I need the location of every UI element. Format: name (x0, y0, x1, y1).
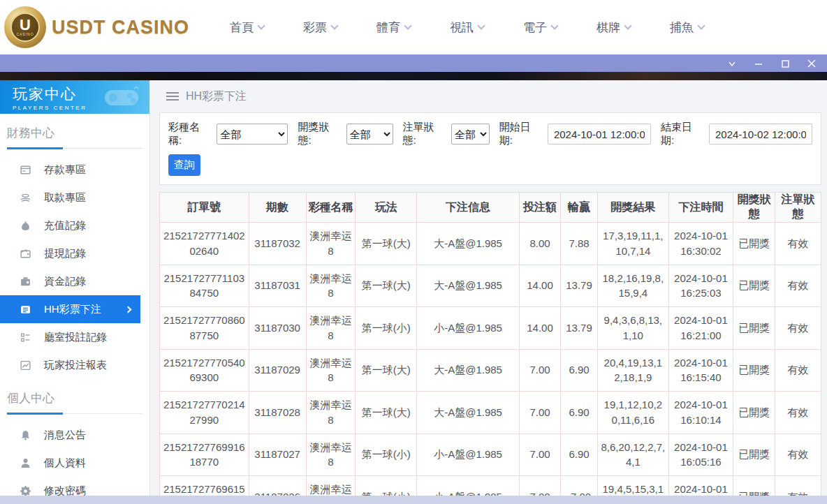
sidebar-item-label: 取款專區 (44, 191, 86, 205)
table-cell: 2152172777086087750 (160, 307, 249, 350)
column-header: 下注信息 (417, 193, 520, 223)
sidebar-item-announcements[interactable]: 消息公告 (0, 421, 149, 449)
coin-subtext: CASINO (16, 32, 34, 36)
nav-item-label: 彩票 (303, 20, 327, 36)
chevron-down-icon (477, 22, 485, 29)
maximize-button[interactable] (780, 58, 791, 69)
column-header: 開獎狀態 (733, 193, 775, 223)
card-icon (20, 164, 31, 176)
brand-name: USDT CASINO (52, 17, 189, 38)
sidebar-item-label: 廳室投註記錄 (44, 331, 107, 344)
sidebar-item-recharge-record[interactable]: 充值記錄 (0, 212, 149, 239)
table-cell: 19,1,12,10,20,11,6,16 (598, 392, 668, 434)
table-row: 215217277714020264031187032澳洲幸运8第一球(大)大-… (160, 223, 821, 265)
horizontal-scrollbar[interactable] (0, 496, 827, 504)
start-date-input[interactable] (548, 124, 651, 144)
sidebar-item-hall-bet-record[interactable]: 廳室投註記錄 (0, 323, 149, 351)
nav-item-label: 電子 (523, 20, 547, 36)
table-cell: 澳洲幸运8 (306, 307, 356, 350)
nav-item-fishing[interactable]: 捕魚 (670, 20, 704, 36)
banner-strip (0, 72, 827, 80)
close-button[interactable] (806, 58, 817, 69)
menu-toggle-icon[interactable] (166, 90, 179, 103)
table-cell: 6.90 (560, 433, 597, 476)
sidebar-item-label: HH彩票下注 (44, 303, 101, 316)
table-cell: 17,3,19,11,1,10,7,14 (598, 223, 668, 265)
table-cell: 14.00 (520, 265, 561, 307)
nav-item-electronic[interactable]: 電子 (523, 20, 557, 36)
window-chevron-icon[interactable] (726, 58, 738, 69)
table-cell: 小-A盤@1.985 (417, 433, 520, 476)
purse-icon (20, 276, 31, 288)
gamepad-icon (103, 86, 140, 110)
sidebar-item-label: 玩家投注報表 (44, 359, 107, 372)
nav-item-home[interactable]: 首頁 (230, 20, 264, 36)
sidebar-item-label: 資金記錄 (44, 275, 86, 288)
order-status-select[interactable]: 全部 (451, 124, 490, 144)
sidebar-item-hh-lottery-bet[interactable]: HH彩票下注 (0, 295, 140, 323)
nav-item-video[interactable]: 視訊 (450, 20, 484, 36)
nav-item-label: 視訊 (450, 20, 474, 36)
table-cell: 31187032 (249, 223, 306, 265)
table-cell: 18,2,16,19,8,15,9,4 (598, 265, 668, 307)
table-cell: 2152172777021427990 (160, 392, 249, 434)
sidebar-item-player-bet-report[interactable]: 玩家投注報表 (0, 351, 149, 379)
draw-status-select[interactable]: 全部 (346, 124, 393, 144)
sidebar-item-label: 提現記錄 (44, 247, 86, 260)
table-cell: 大-A盤@1.985 (417, 223, 520, 265)
nav-item-label: 捕魚 (670, 20, 694, 36)
table-cell: 澳洲幸运8 (306, 392, 356, 434)
nav-item-chess[interactable]: 棋牌 (597, 20, 631, 36)
table-cell: 大-A盤@1.985 (417, 349, 520, 392)
minimize-button[interactable] (753, 58, 764, 69)
chart-icon (20, 360, 31, 371)
table-cell: 已開獎 (733, 223, 775, 265)
table-cell: 2152172777054069300 (160, 349, 249, 392)
table-row: 215217277711038475031187031澳洲幸运8第一球(大)大-… (160, 265, 821, 307)
column-header: 開獎結果 (598, 193, 668, 223)
table-cell: 2024-10-01 16:30:02 (668, 223, 733, 265)
bet-table: 訂單號期數彩種名稱玩法下注信息投注額輸贏開獎結果下注時間開獎狀態注單狀態 215… (159, 192, 821, 504)
end-date-input[interactable] (709, 124, 812, 144)
table-cell: 有效 (775, 349, 821, 392)
window-titlebar (0, 54, 827, 72)
nav-item-label: 首頁 (230, 20, 254, 36)
table-cell: 9,4,3,6,8,13,1,10 (598, 307, 668, 350)
table-cell: 已開獎 (733, 265, 775, 307)
column-header: 訂單號 (160, 193, 249, 223)
lottery-name-select[interactable]: 全部 (217, 124, 288, 144)
search-button[interactable]: 查詢 (168, 154, 200, 176)
brand-logo[interactable]: U CASINO USDT CASINO (4, 6, 189, 48)
sidebar-item-funds-record[interactable]: 資金記錄 (0, 267, 149, 295)
table-header-row: 訂單號期數彩種名稱玩法下注信息投注額輸贏開獎結果下注時間開獎狀態注單狀態 (160, 193, 821, 223)
start-date-label: 開始日期: (499, 121, 543, 147)
list-icon (20, 332, 31, 343)
table-row: 215217277705406930031187029澳洲幸运8第一球(大)大-… (160, 349, 821, 392)
sidebar-item-label: 存款專區 (44, 163, 86, 177)
nav-item-lottery[interactable]: 彩票 (303, 20, 337, 36)
table-cell: 有效 (775, 265, 821, 307)
filter-panel: 彩種名稱: 全部 開獎狀態: 全部 注單狀態: 全部 開始日期: 結束日期: 查… (159, 112, 821, 185)
sidebar-item-profile[interactable]: 個人資料 (0, 449, 149, 477)
sidebar-item-label: 充值記錄 (44, 219, 86, 232)
sidebar-item-withdraw-record[interactable]: 提現記錄 (0, 239, 149, 267)
table-cell: 31187028 (249, 392, 306, 434)
sidebar-item-deposit[interactable]: 存款專區 (0, 156, 149, 184)
table-cell: 2024-10-01 16:15:40 (668, 349, 733, 392)
nav-item-sports[interactable]: 體育 (376, 20, 411, 36)
lottery-name-label: 彩種名稱: (168, 121, 212, 147)
chevron-down-icon (330, 22, 338, 29)
table-cell: 8.00 (520, 223, 561, 265)
column-header: 輸贏 (560, 193, 597, 223)
app-header: U CASINO USDT CASINO 首頁彩票體育視訊電子棋牌捕魚 (0, 0, 827, 54)
chevron-down-icon (550, 22, 558, 29)
nav-item-label: 體育 (376, 20, 400, 36)
breadcrumb: HH彩票下注 (159, 80, 821, 112)
column-header: 玩法 (356, 193, 417, 223)
table-row: 215217277699161877031187027澳洲幸运8第一球(小)小-… (160, 433, 821, 476)
table-cell: 6.90 (560, 392, 597, 434)
table-cell: 31187027 (249, 433, 306, 476)
sidebar-item-withdraw[interactable]: 取款專區 (0, 184, 149, 212)
sidebar-item-label: 消息公告 (44, 429, 86, 442)
end-date-label: 結束日期: (661, 121, 705, 147)
